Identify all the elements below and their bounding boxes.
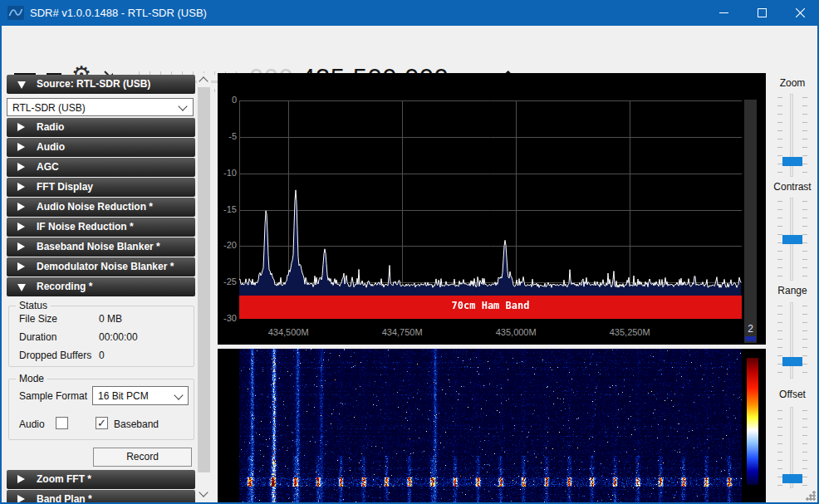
range-slider-track[interactable] bbox=[790, 302, 793, 379]
spectrum-display-panel[interactable]: 0-5-10-15-20-25-30 434,500M434,750M435,0… bbox=[218, 73, 766, 345]
y-tick-label: -30 bbox=[218, 313, 237, 323]
file-size-value: 0 MB bbox=[99, 313, 122, 325]
x-tick-label: 435,250M bbox=[596, 327, 663, 337]
sdrsharp-window: SDR# v1.0.0.1488 - RTL-SDR (USB) ⚙ 000.4… bbox=[0, 0, 819, 504]
panel-header-zoom-fft[interactable]: Zoom FFT * bbox=[7, 470, 195, 489]
slider-ticks bbox=[802, 97, 807, 175]
triangle-down-icon bbox=[17, 81, 26, 89]
contrast-slider-thumb[interactable] bbox=[782, 235, 802, 244]
source-device-dropdown[interactable]: RTL-SDR (USB) bbox=[7, 98, 194, 116]
panel-header-if-noise-reduction[interactable]: IF Noise Reduction * bbox=[7, 218, 195, 237]
triangle-right-icon bbox=[17, 475, 25, 483]
scrollbar-thumb[interactable] bbox=[198, 87, 210, 472]
snr-marker bbox=[745, 336, 756, 341]
y-tick-label: 0 bbox=[218, 95, 237, 105]
dropped-buffers-value: 0 bbox=[99, 350, 105, 361]
audio-checkbox[interactable] bbox=[56, 417, 68, 429]
y-tick-label: -20 bbox=[218, 240, 237, 250]
panel-header-radio[interactable]: Radio bbox=[7, 118, 195, 137]
fft-spectrum-canvas[interactable] bbox=[239, 100, 742, 319]
triangle-right-icon bbox=[17, 223, 25, 231]
snr-meter: 2 bbox=[744, 100, 757, 343]
triangle-right-icon bbox=[17, 183, 25, 191]
y-tick-label: -25 bbox=[218, 276, 237, 286]
sidebar: Source: RTL-SDR (USB) RTL-SDR (USB) Radi… bbox=[5, 73, 196, 504]
slider-ticks bbox=[802, 306, 807, 377]
record-button[interactable]: Record bbox=[93, 448, 192, 467]
close-button[interactable] bbox=[781, 0, 819, 26]
range-slider-thumb[interactable] bbox=[782, 357, 802, 366]
app-icon bbox=[7, 6, 24, 23]
band-plan-label: 70cm Ham Band bbox=[239, 300, 742, 311]
slider-ticks bbox=[802, 410, 807, 487]
minimize-button[interactable] bbox=[704, 0, 743, 26]
x-tick-label: 434,750M bbox=[369, 327, 435, 337]
waterfall-display-panel[interactable] bbox=[218, 349, 766, 504]
mode-groupbox: Mode Sample Format 16 Bit PCM Audio ✓ Ba… bbox=[8, 379, 194, 440]
range-slider[interactable] bbox=[766, 302, 819, 380]
duration-value: 00:00:00 bbox=[99, 331, 138, 343]
panel-header-source[interactable]: Source: RTL-SDR (USB) bbox=[7, 75, 195, 94]
triangle-right-icon bbox=[17, 262, 25, 271]
status-groupbox: Status File Size 0 MB Duration 00:00:00 … bbox=[8, 306, 194, 367]
sidebar-scrollbar[interactable] bbox=[197, 73, 211, 502]
title-bar[interactable]: SDR# v1.0.0.1488 - RTL-SDR (USB) bbox=[0, 0, 819, 26]
offset-slider-label: Offset bbox=[766, 389, 819, 400]
panel-header-band-plan[interactable]: Band Plan * bbox=[7, 490, 195, 504]
offset-slider[interactable] bbox=[766, 407, 819, 490]
panel-header-audio[interactable]: Audio bbox=[7, 138, 195, 157]
display-controls-panel: Zoom Contrast Range Offset bbox=[766, 73, 819, 504]
panel-header-demodulator-noise-blanker[interactable]: Demodulator Noise Blanker * bbox=[7, 257, 195, 276]
snr-value: 2 bbox=[744, 323, 757, 335]
x-tick-label: 434,500M bbox=[255, 327, 321, 337]
chevron-down-icon bbox=[174, 390, 183, 399]
chevron-down-icon bbox=[178, 101, 187, 110]
panel-header-fft-display[interactable]: FFT Display bbox=[7, 178, 195, 197]
contrast-slider-label: Contrast bbox=[766, 181, 819, 193]
triangle-right-icon bbox=[17, 242, 25, 251]
waterfall-canvas[interactable] bbox=[239, 349, 742, 504]
contrast-slider[interactable] bbox=[766, 198, 819, 282]
triangle-right-icon bbox=[17, 495, 25, 503]
panel-header-recording[interactable]: Recording * bbox=[7, 277, 195, 296]
panel-header-audio-noise-reduction[interactable]: Audio Noise Reduction * bbox=[7, 198, 195, 217]
zoom-slider-label: Zoom bbox=[766, 77, 819, 89]
panel-header-baseband-noise-blanker[interactable]: Baseband Noise Blanker * bbox=[7, 237, 195, 257]
zoom-slider-thumb[interactable] bbox=[782, 157, 802, 166]
waterfall-color-scale bbox=[747, 358, 758, 485]
toolbar: ⚙ 000.435.500.000 bbox=[0, 26, 819, 73]
zoom-slider[interactable] bbox=[766, 94, 819, 179]
triangle-right-icon bbox=[17, 163, 25, 171]
y-tick-label: -15 bbox=[218, 204, 237, 214]
triangle-right-icon bbox=[17, 203, 25, 211]
panel-header-agc[interactable]: AGC bbox=[7, 158, 195, 177]
y-tick-label: -10 bbox=[218, 168, 237, 178]
x-tick-label: 435,000M bbox=[483, 327, 549, 337]
scroll-up-icon[interactable] bbox=[199, 76, 208, 86]
range-slider-label: Range bbox=[766, 285, 819, 296]
maximize-button[interactable] bbox=[743, 0, 781, 26]
baseband-checkbox[interactable]: ✓ bbox=[96, 417, 108, 429]
resize-grip[interactable] bbox=[806, 491, 816, 501]
scroll-down-icon[interactable] bbox=[199, 487, 208, 497]
triangle-down-icon bbox=[17, 284, 26, 291]
slider-ticks bbox=[802, 201, 807, 279]
sample-format-dropdown[interactable]: 16 Bit PCM bbox=[92, 386, 189, 405]
y-tick-label: -5 bbox=[218, 131, 237, 141]
window-title: SDR# v1.0.0.1488 - RTL-SDR (USB) bbox=[30, 0, 207, 26]
triangle-right-icon bbox=[17, 143, 25, 151]
triangle-right-icon bbox=[17, 123, 25, 131]
offset-slider-thumb[interactable] bbox=[782, 474, 802, 483]
